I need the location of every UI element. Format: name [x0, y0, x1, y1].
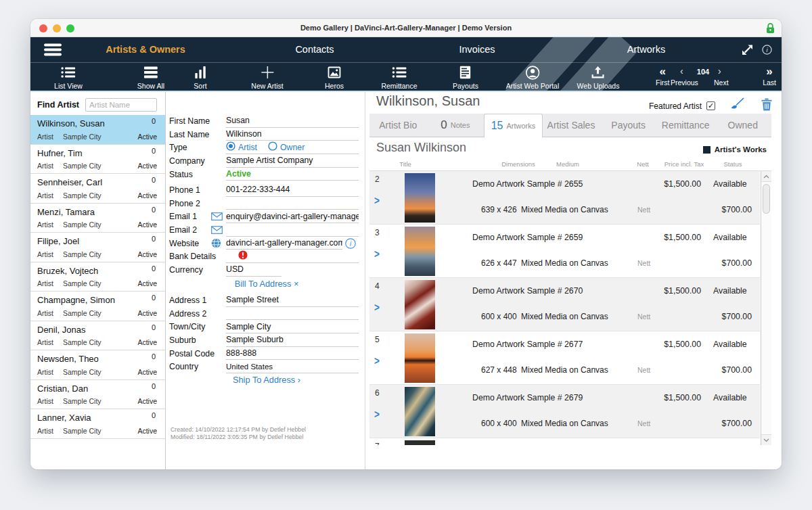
phone2-field[interactable] [226, 197, 359, 210]
open-artwork-chevron[interactable]: > [374, 194, 380, 208]
artwork-thumbnail[interactable] [405, 227, 435, 276]
toolbar-new-artist-button[interactable]: New Artist [251, 66, 283, 91]
artwork-thumbnail[interactable] [405, 173, 435, 223]
previous-record-button[interactable]: Previous [671, 78, 698, 87]
artists-works-toggle[interactable]: Artist's Works [703, 145, 767, 154]
artist-name: Sennheiser, Carl [37, 177, 102, 187]
artist-list-item[interactable]: Champagne, Simon 0 Artist Sample City Ac… [30, 292, 165, 321]
open-artwork-chevron[interactable]: > [374, 408, 380, 421]
suburb-field[interactable]: Sample Suburb [226, 333, 359, 347]
info-icon[interactable]: i [762, 45, 772, 57]
nav-item-artists-owners[interactable]: Artists & Owners [106, 37, 185, 62]
scrollbar-thumb[interactable] [763, 184, 770, 214]
website-field[interactable]: davinci-art-gallery-manager.com [226, 237, 342, 250]
artist-list-item[interactable]: Denil, Jonas 0 Artist Sample City Active [30, 321, 165, 351]
scroll-up-button[interactable] [761, 171, 771, 182]
toolbar-artist-web-portal-button[interactable]: Artist Web Portal [506, 66, 560, 91]
artist-list-item[interactable]: Bruzek, Vojtech 0 Artist Sample City Act… [30, 262, 165, 292]
artist-list-item[interactable]: Menzi, Tamara 0 Artist Sample City Activ… [30, 204, 165, 233]
artist-list-item[interactable]: Cristian, Dan 0 Artist Sample City Activ… [30, 380, 165, 410]
open-artwork-chevron[interactable]: > [374, 354, 380, 368]
toolbar-list-view-button[interactable]: List View [54, 66, 83, 91]
artist-type: Artist [37, 221, 53, 229]
first-name-field[interactable]: Susan [226, 114, 359, 128]
postal-code-field[interactable]: 888-888 [226, 347, 359, 361]
toolbar-payouts-button[interactable]: Payouts [453, 66, 478, 91]
globe-icon[interactable] [211, 238, 226, 248]
toolbar-show-all-button[interactable]: Show All [137, 66, 164, 91]
website-info-icon[interactable]: i [342, 238, 359, 249]
previous-record-chevron[interactable]: ‹ [680, 66, 683, 76]
currency-field[interactable]: USD [226, 263, 281, 277]
type-radio-owner[interactable]: Owner [268, 141, 304, 153]
tab-artworks[interactable]: 15 Artworks [484, 114, 543, 137]
type-radio-artist[interactable]: Artist [226, 141, 257, 153]
artist-list-item[interactable]: Sennheiser, Carl 0 Artist Sample City Ac… [30, 174, 165, 204]
ship-to-address-link[interactable]: Ship To Address › [169, 375, 364, 385]
country-field[interactable]: United States [226, 360, 359, 373]
email2-field[interactable] [226, 223, 359, 237]
scrollbar[interactable] [761, 171, 771, 445]
nav-item-contacts[interactable]: Contacts [295, 37, 334, 62]
artist-list-item[interactable]: Filipe, Joel 0 Artist Sample City Active [30, 233, 165, 262]
next-record-chevron[interactable]: › [718, 66, 721, 76]
tab-notes[interactable]: 0 Notes [427, 114, 484, 137]
address2-field[interactable] [226, 307, 359, 321]
find-artist-input[interactable] [85, 98, 157, 112]
scroll-down-button[interactable] [761, 434, 771, 445]
email1-field[interactable]: enquiry@davinci-art-gallery-manager. [226, 210, 359, 223]
address1-field[interactable]: Sample Street [226, 294, 359, 307]
artwork-thumbnail[interactable] [405, 440, 435, 445]
expand-icon[interactable] [741, 43, 754, 59]
trash-icon[interactable] [761, 98, 772, 114]
artist-count: 0 [152, 382, 156, 390]
artists-works-checkbox[interactable] [703, 146, 710, 154]
company-field[interactable]: Sample Artist Company [226, 154, 359, 168]
artwork-row[interactable]: 5 > Demo Artwork Sample # 2677 $1,500.00… [369, 331, 760, 385]
open-artwork-chevron[interactable]: > [374, 248, 380, 261]
artwork-thumbnail[interactable] [405, 387, 435, 436]
tab-remittance[interactable]: Remittance [657, 114, 715, 137]
phone1-field[interactable]: 001-222-333-444 [226, 183, 359, 197]
toolbar-remittance-button[interactable]: Remittance [381, 66, 417, 91]
artist-list-item[interactable]: Newsden, Theo 0 Artist Sample City Activ… [30, 350, 165, 380]
next-record-button[interactable]: Next [714, 78, 729, 87]
tab-owned[interactable]: Owned [714, 114, 771, 137]
last-record-button[interactable]: » Last [763, 66, 776, 87]
artist-list-item[interactable]: Hufner, Tim 0 Artist Sample City Active [30, 145, 165, 175]
hamburger-menu-icon[interactable] [44, 43, 62, 59]
artwork-thumbnail[interactable] [405, 333, 435, 383]
envelope-icon[interactable] [211, 226, 226, 234]
artist-list-item[interactable]: Lanner, Xavia 0 Artist Sample City Activ… [30, 409, 165, 439]
artist-status: Active [137, 162, 157, 170]
town-city-field[interactable]: Sample City [226, 320, 359, 333]
first-record-button[interactable]: « First [656, 66, 669, 87]
nav-item-artworks[interactable]: Artworks [627, 37, 665, 62]
artwork-row[interactable]: 4 > Demo Artwork Sample # 2670 $1,500.00… [369, 278, 760, 331]
tab-artist-sales[interactable]: Artist Sales [543, 114, 600, 137]
status-field[interactable]: Active [226, 168, 359, 181]
artwork-row[interactable]: 7 > [369, 438, 760, 445]
tab-payouts[interactable]: Payouts [600, 114, 657, 137]
artwork-row[interactable]: 3 > Demo Artwork Sample # 2659 $1,500.00… [369, 225, 760, 278]
brush-icon[interactable] [729, 97, 745, 114]
envelope-icon[interactable] [211, 212, 226, 221]
toolbar-sort-button[interactable]: Sort [194, 66, 206, 91]
artwork-thumbnail[interactable] [405, 280, 435, 329]
last-name-field[interactable]: Wilkinson [226, 128, 359, 141]
toolbar-heros-button[interactable]: Heros [325, 66, 344, 91]
nav-item-invoices[interactable]: Invoices [459, 37, 495, 62]
featured-artist-checkbox[interactable] [706, 101, 715, 110]
bill-to-address-link[interactable]: Bill To Address × [169, 279, 364, 289]
toolbar-web-uploads-button[interactable]: Web Uploads [577, 66, 620, 91]
artist-list-item[interactable]: Wilkinson, Susan 0 Artist Sample City Ac… [30, 115, 165, 145]
artwork-row[interactable]: 2 > Demo Artwork Sample # 2655 $1,500.00… [369, 171, 760, 225]
artwork-row[interactable]: 6 > Demo Artwork Sample # 2679 $1,500.00… [369, 385, 760, 438]
open-artwork-chevron[interactable]: > [374, 301, 380, 315]
tab-artist-bio[interactable]: Artist Bio [369, 114, 427, 137]
featured-artist-label: Featured Artist [649, 101, 702, 111]
minimize-window-button[interactable] [53, 24, 61, 32]
zoom-window-button[interactable] [66, 24, 74, 32]
close-window-button[interactable] [39, 24, 47, 32]
artwork-title: Demo Artwork Sample # 2659 [472, 233, 583, 242]
